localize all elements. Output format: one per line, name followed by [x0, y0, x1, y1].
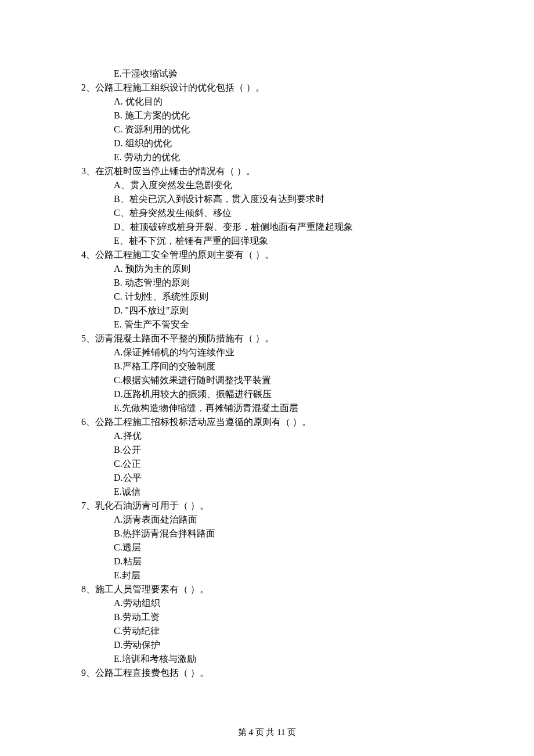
question-option: A.劳动组织 — [81, 596, 453, 610]
question-text: 施工人员管理要素有（ ）。 — [95, 584, 209, 594]
question-stem: 5、沥青混凝土路面不平整的预防措施有（ ）。 — [81, 332, 453, 345]
prev-question-option: E.干湿收缩试验 — [81, 67, 453, 81]
question-option: C.公正 — [81, 457, 453, 471]
question-option: B. 动态管理的原则 — [81, 276, 453, 290]
question-text: 沥青混凝土路面不平整的预防措施有（ ）。 — [95, 333, 274, 343]
question-option: D.公平 — [81, 471, 453, 485]
question-option: C. 资源利用的优化 — [81, 123, 453, 136]
question-option: B.劳动工资 — [81, 610, 453, 624]
question-option: D.压路机用较大的振频、振幅进行碾压 — [81, 387, 453, 401]
question-option: B.热拌沥青混合拌料路面 — [81, 527, 453, 541]
question-number: 4、 — [81, 250, 95, 260]
question-stem: 8、施工人员管理要素有（ ）。 — [81, 582, 453, 596]
question-text: 公路工程施工组织设计的优化包括（ ）。 — [95, 82, 265, 92]
question-stem: 9、公路工程直接费包括（ ）。 — [81, 666, 453, 680]
question-option: D. "四不放过"原则 — [81, 304, 453, 318]
question-option: C、桩身突然发生倾斜、移位 — [81, 206, 453, 220]
question-text: 乳化石油沥青可用于（ ）。 — [95, 501, 209, 510]
question-option: A.沥青表面处治路面 — [81, 513, 453, 527]
question-option: C. 计划性、系统性原则 — [81, 290, 453, 304]
question-stem: 7、乳化石油沥青可用于（ ）。 — [81, 499, 453, 513]
question-option: D.劳动保护 — [81, 638, 453, 652]
question-text: 公路工程施工招标投标活动应当遵循的原则有（ ）。 — [95, 417, 311, 427]
question-option: E、桩不下沉，桩锤有严重的回弹现象 — [81, 234, 453, 248]
question-option: E.封层 — [81, 568, 453, 582]
question-option: B. 施工方案的优化 — [81, 109, 453, 123]
question-option: E.诚信 — [81, 485, 453, 499]
question-number: 7、 — [81, 501, 95, 510]
question-number: 3、 — [81, 166, 95, 176]
question-number: 9、 — [81, 668, 95, 678]
question-option: D. 组织的优化 — [81, 136, 453, 150]
question-option: B.严格工序间的交验制度 — [81, 359, 453, 373]
question-option: B.公开 — [81, 443, 453, 457]
question-text: 在沉桩时应当停止锤击的情况有（ ）。 — [95, 166, 255, 176]
question-stem: 2、公路工程施工组织设计的优化包括（ ）。 — [81, 81, 453, 95]
question-option: D、桩顶破碎或桩身开裂、变形，桩侧地面有严重隆起现象 — [81, 220, 453, 234]
question-option: A.择优 — [81, 429, 453, 443]
page: E.干湿收缩试验 2、公路工程施工组织设计的优化包括（ ）。 A. 优化目的 B… — [0, 0, 534, 756]
question-stem: 4、公路工程施工安全管理的原则主要有（ ）。 — [81, 248, 453, 262]
question-option: A. 优化目的 — [81, 95, 453, 109]
question-option: B、桩尖已沉入到设计标高，贯入度没有达到要求时 — [81, 192, 453, 206]
question-option: E.培训和考核与激励 — [81, 652, 453, 666]
page-footer: 第 4 页 共 11 页 — [0, 726, 534, 739]
question-option: E. 管生产不管安全 — [81, 318, 453, 332]
question-number: 2、 — [81, 82, 95, 92]
question-option: E.先做构造物伸缩缝，再摊铺沥青混凝土面层 — [81, 401, 453, 415]
question-number: 6、 — [81, 417, 95, 427]
question-option: D.粘层 — [81, 555, 453, 568]
question-stem: 6、公路工程施工招标投标活动应当遵循的原则有（ ）。 — [81, 415, 453, 429]
question-text: 公路工程直接费包括（ ）。 — [95, 668, 209, 678]
question-option: A.保证摊铺机的均匀连续作业 — [81, 345, 453, 359]
question-number: 5、 — [81, 333, 95, 343]
question-text: 公路工程施工安全管理的原则主要有（ ）。 — [95, 250, 274, 260]
question-number: 8、 — [81, 584, 95, 594]
question-option: C.劳动纪律 — [81, 624, 453, 638]
question-stem: 3、在沉桩时应当停止锤击的情况有（ ）。 — [81, 164, 453, 178]
question-option: C.根据实铺效果进行随时调整找平装置 — [81, 373, 453, 387]
question-option: A. 预防为主的原则 — [81, 262, 453, 276]
question-option: C.透层 — [81, 541, 453, 555]
question-option: E. 劳动力的优化 — [81, 150, 453, 164]
question-option: A、贯入度突然发生急剧变化 — [81, 178, 453, 192]
